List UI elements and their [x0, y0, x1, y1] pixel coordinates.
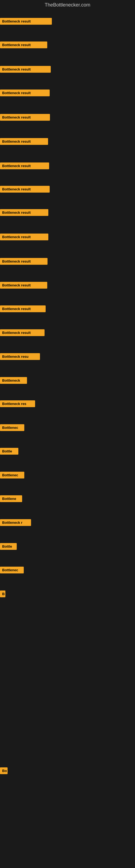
bottleneck-result-item[interactable]: Bo: [0, 767, 8, 774]
bottleneck-result-item[interactable]: Bottleneck result: [0, 329, 45, 336]
bottleneck-result-item[interactable]: Bottlenec: [0, 472, 24, 478]
bottleneck-result-item[interactable]: Bottleneck result: [0, 90, 50, 96]
bottleneck-result-item[interactable]: Bottleneck result: [0, 138, 48, 145]
bottleneck-result-item[interactable]: Bottleneck result: [0, 186, 50, 193]
bottleneck-result-item[interactable]: Bottleneck r: [0, 519, 31, 526]
bottleneck-result-item[interactable]: Bottleneck: [0, 377, 27, 384]
bottleneck-result-item[interactable]: Bottleneck result: [0, 114, 50, 121]
bottleneck-result-item[interactable]: Bottlenec: [0, 424, 24, 431]
bottleneck-result-item[interactable]: Bottle: [0, 448, 18, 455]
bottleneck-result-item[interactable]: Bottleneck result: [0, 209, 48, 216]
bottleneck-result-item[interactable]: Bottlenec: [0, 567, 24, 574]
bottleneck-result-item[interactable]: Bottlene: [0, 495, 22, 502]
bottleneck-result-item[interactable]: Bottleneck res: [0, 400, 35, 407]
bottleneck-result-item[interactable]: Bottleneck result: [0, 41, 47, 48]
bottleneck-result-item[interactable]: Bottleneck result: [0, 234, 48, 240]
bottleneck-result-item[interactable]: Bottleneck result: [0, 305, 46, 312]
bottleneck-result-item[interactable]: Bottleneck result: [0, 66, 51, 73]
site-title: TheBottlenecker.com: [0, 0, 135, 10]
bottleneck-result-item[interactable]: Bottleneck result: [0, 162, 49, 169]
bottleneck-result-item[interactable]: Bottleneck result: [0, 282, 47, 289]
bottleneck-result-item[interactable]: Bottleneck result: [0, 258, 48, 265]
bottleneck-result-item[interactable]: Bottleneck result: [0, 18, 52, 25]
bottleneck-result-item[interactable]: Bottleneck resu: [0, 353, 40, 360]
bottleneck-result-item[interactable]: B: [0, 590, 5, 597]
bottleneck-result-item[interactable]: Bottle: [0, 543, 17, 550]
